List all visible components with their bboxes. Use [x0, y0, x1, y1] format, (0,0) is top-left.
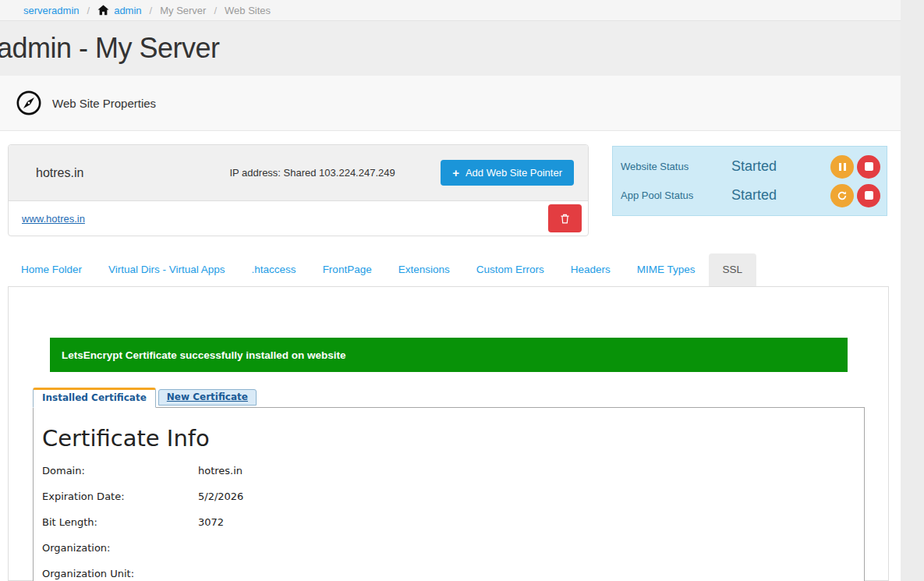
breadcrumb-admin[interactable]: admin — [114, 5, 141, 16]
app-pool-status-label: App Pool Status — [621, 190, 731, 201]
breadcrumb-separator: / — [214, 5, 217, 16]
cert-field-bit-length: Bit Length: 3072 — [42, 515, 864, 530]
subtab-new-certificate[interactable]: New Certificate — [158, 389, 257, 406]
tab-extensions[interactable]: Extensions — [385, 253, 463, 286]
cert-field-organization-unit: Organization Unit: — [42, 566, 864, 581]
properties-header-title: Web Site Properties — [52, 97, 156, 110]
page-root: serveradmin / admin / My Server / Web Si… — [0, 0, 901, 581]
home-icon — [97, 5, 109, 16]
trash-icon — [559, 213, 571, 225]
site-panel-header: hotres.in IP address: Shared 103.224.247… — [9, 145, 588, 201]
tabs-bar: Home Folder Virtual Dirs - Virtual Apps … — [0, 253, 901, 286]
app-pool-status-value: Started — [731, 187, 827, 204]
cert-field-label: Organization: — [42, 540, 198, 555]
ssl-tab-panel: LetsEncrypt Certificate successfully ins… — [8, 286, 889, 581]
success-alert: LetsEncrypt Certificate successfully ins… — [50, 338, 848, 372]
website-status-value: Started — [731, 158, 827, 175]
stop-icon — [865, 191, 873, 200]
breadcrumb-web-sites: Web Sites — [225, 5, 271, 16]
breadcrumb-separator: / — [87, 5, 90, 16]
plus-icon: + — [452, 168, 459, 178]
title-band: admin - My Server — [0, 21, 901, 76]
properties-header: Web Site Properties — [0, 76, 901, 131]
page-title: admin - My Server — [0, 32, 220, 65]
tab-frontpage[interactable]: FrontPage — [310, 253, 385, 286]
cert-field-value: 5/2/2026 — [198, 489, 243, 504]
compass-icon — [16, 90, 42, 116]
pointer-link[interactable]: www.hotres.in — [22, 213, 85, 225]
cert-field-value: hotres.in — [198, 463, 243, 478]
subtab-installed-certificate[interactable]: Installed Certificate — [33, 388, 156, 408]
cert-field-label: Bit Length: — [42, 515, 198, 530]
refresh-icon — [837, 190, 848, 201]
add-web-site-pointer-button[interactable]: + Add Web Site Pointer — [441, 160, 574, 186]
stop-icon — [865, 162, 873, 171]
pause-icon — [837, 163, 847, 171]
website-status-label: Website Status — [621, 161, 731, 172]
tab-ssl[interactable]: SSL — [709, 253, 757, 286]
website-status-row: Website Status Started — [621, 154, 880, 179]
cert-field-organization: Organization: — [42, 540, 864, 555]
add-web-site-pointer-label: Add Web Site Pointer — [466, 167, 562, 179]
breadcrumb-serveradmin[interactable]: serveradmin — [23, 5, 80, 16]
recycle-app-pool-button[interactable] — [830, 184, 854, 207]
cert-field-label: Organization Unit: — [42, 566, 198, 581]
stop-app-pool-button[interactable] — [857, 184, 880, 207]
panels-row: hotres.in IP address: Shared 103.224.247… — [0, 131, 901, 236]
delete-pointer-button[interactable] — [548, 204, 582, 232]
cert-field-label: Domain: — [42, 463, 198, 478]
cert-field-label: Expiration Date: — [42, 489, 198, 504]
site-domain: hotres.in — [36, 166, 200, 180]
stop-website-button[interactable] — [857, 155, 880, 179]
certificate-info-panel: Certificate Info Domain: hotres.in Expir… — [33, 407, 865, 581]
pause-website-button[interactable] — [830, 155, 854, 179]
site-panel-body: www.hotres.in — [9, 201, 588, 236]
certificate-subtabs: Installed Certificate New Certificate — [33, 388, 888, 407]
site-ip-info: IP address: Shared 103.224.247.249 — [200, 167, 425, 179]
tab-virtual-dirs[interactable]: Virtual Dirs - Virtual Apps — [95, 253, 239, 286]
tab-headers[interactable]: Headers — [558, 253, 624, 286]
certificate-info-heading: Certificate Info — [42, 425, 864, 452]
cert-field-expiration-date: Expiration Date: 5/2/2026 — [42, 489, 864, 504]
breadcrumb: serveradmin / admin / My Server / Web Si… — [0, 0, 901, 21]
site-panel: hotres.in IP address: Shared 103.224.247… — [8, 144, 589, 236]
tab-htaccess[interactable]: .htaccess — [239, 253, 310, 286]
breadcrumb-separator: / — [150, 5, 153, 16]
breadcrumb-my-server: My Server — [160, 5, 206, 16]
tab-custom-errors[interactable]: Custom Errors — [463, 253, 558, 286]
tab-home-folder[interactable]: Home Folder — [8, 253, 95, 286]
app-pool-status-row: App Pool Status Started — [621, 182, 880, 208]
cert-field-value: 3072 — [198, 515, 224, 530]
status-panel: Website Status Started App Pool Status S… — [612, 146, 887, 216]
tab-mime-types[interactable]: MIME Types — [624, 253, 709, 286]
cert-field-domain: Domain: hotres.in — [42, 463, 864, 478]
